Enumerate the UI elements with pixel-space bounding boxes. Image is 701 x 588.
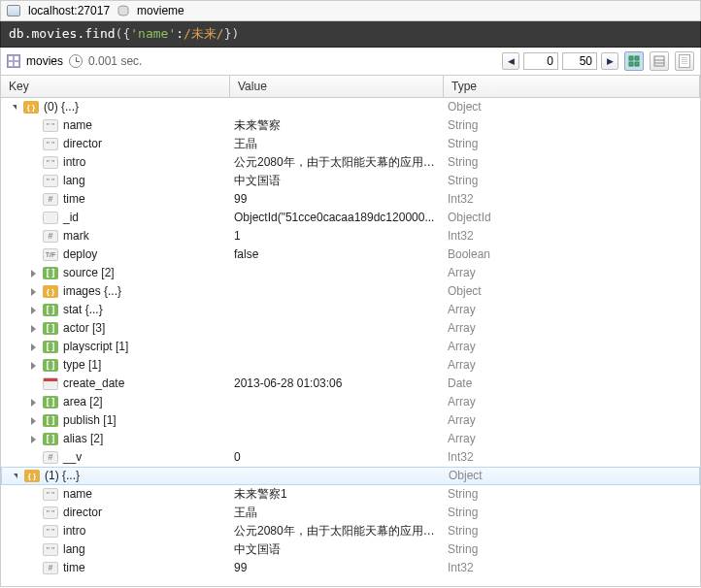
tree-row[interactable]: " "lang中文国语String [1, 172, 700, 190]
view-table-button[interactable] [650, 51, 669, 71]
expand-icon[interactable] [28, 323, 39, 334]
expand-icon[interactable] [28, 415, 39, 426]
arr-type-icon: [ ] [43, 304, 58, 316]
row-key: (1) {...} [45, 467, 80, 485]
tree-row[interactable]: #mark1Int32 [1, 227, 700, 245]
tree-row[interactable]: " "director王晶String [1, 135, 700, 153]
expander-spacer [28, 507, 39, 518]
svg-rect-3 [629, 62, 633, 66]
row-value: ObjectId("51cce0cacaa189dc120000... [230, 209, 444, 227]
row-type: String [444, 485, 700, 504]
row-key: _id [63, 209, 79, 227]
results-tree[interactable]: Key Value Type { }(0) {...}Object" "name… [0, 76, 701, 587]
row-type: Array [444, 264, 700, 282]
str-type-icon: " " [43, 525, 58, 538]
cmd-colon: : [176, 26, 184, 41]
page-offset-input[interactable] [523, 52, 558, 70]
row-key: time [63, 190, 85, 209]
row-type: Int32 [444, 227, 700, 245]
collapse-icon[interactable] [9, 102, 19, 113]
row-type: Array [444, 430, 700, 448]
row-key: playscript [1] [63, 338, 128, 356]
row-type: Array [444, 356, 700, 375]
expand-icon[interactable] [28, 305, 39, 315]
row-value: 99 [230, 559, 444, 577]
row-type: String [444, 172, 700, 190]
arr-type-icon: [ ] [43, 322, 58, 335]
tree-row[interactable]: [ ]playscript [1]Array [1, 338, 700, 356]
row-key: area [2] [63, 393, 103, 411]
row-key: mark [63, 227, 89, 245]
tree-row[interactable]: create_date2013-06-28 01:03:06Date [1, 375, 700, 393]
row-key: alias [2] [63, 430, 103, 448]
tree-row[interactable]: [ ]actor [3]Array [1, 319, 700, 338]
header-value[interactable]: Value [230, 76, 444, 97]
view-tree-button[interactable] [624, 51, 644, 71]
tree-row[interactable]: [ ]stat {...}Array [1, 301, 700, 319]
row-value: 中文国语 [230, 172, 444, 190]
tree-row[interactable]: " "lang中文国语String [1, 540, 700, 559]
tree-row[interactable]: [ ]alias [2]Array [1, 430, 700, 448]
header-type[interactable]: Type [444, 76, 700, 97]
page-limit-input[interactable] [562, 52, 597, 70]
cmd-function: find [84, 26, 115, 41]
row-type: Array [444, 338, 700, 356]
breadcrumb-host[interactable]: localhost:27017 [28, 4, 110, 17]
collapse-icon[interactable] [10, 471, 20, 481]
row-value: 公元2080年，由于太阳能天幕的应用，... [230, 522, 444, 540]
arr-type-icon: [ ] [43, 414, 58, 427]
tree-row[interactable]: [ ]source [2]Array [1, 264, 700, 282]
row-type: String [444, 504, 700, 522]
tree-header: Key Value Type [1, 76, 700, 98]
tree-row[interactable]: _idObjectId("51cce0cacaa189dc120000...Ob… [1, 209, 700, 227]
row-value: 99 [230, 190, 444, 209]
row-type: Array [444, 393, 700, 411]
page-next-button[interactable]: ▶ [601, 52, 618, 70]
int-type-icon: # [43, 562, 58, 574]
expander-spacer [28, 452, 39, 463]
tree-body: { }(0) {...}Object" "name未来警察String" "di… [1, 98, 700, 577]
header-key[interactable]: Key [1, 76, 230, 97]
command-bar[interactable]: db.movies.find({'name':/未来/}) [0, 21, 701, 48]
row-type: Array [444, 301, 700, 319]
row-value: 未来警察1 [230, 485, 444, 504]
tree-row[interactable]: " "director王晶String [1, 504, 700, 522]
tree-row[interactable]: [ ]publish [1]Array [1, 411, 700, 430]
expand-icon[interactable] [28, 397, 39, 408]
tree-row[interactable]: " "intro公元2080年，由于太阳能天幕的应用，...String [1, 522, 700, 540]
tree-row[interactable]: #time99Int32 [1, 559, 700, 577]
tree-row[interactable]: { }(0) {...}Object [1, 98, 700, 116]
expand-icon[interactable] [28, 342, 39, 352]
expander-spacer [28, 176, 39, 186]
row-value: 0 [230, 448, 444, 467]
expander-spacer [28, 378, 39, 389]
tree-row[interactable]: " "name未来警察String [1, 116, 700, 135]
tree-row[interactable]: [ ]type [1]Array [1, 356, 700, 375]
row-type: String [444, 135, 700, 153]
tree-row[interactable]: T/FdeployfalseBoolean [1, 245, 700, 264]
arr-type-icon: [ ] [43, 433, 58, 445]
tree-row[interactable]: #time99Int32 [1, 190, 700, 209]
row-type: Array [444, 319, 700, 338]
row-value: 公元2080年，由于太阳能天幕的应用，... [230, 153, 444, 172]
expander-spacer [28, 526, 39, 537]
tree-row[interactable]: " "intro公元2080年，由于太阳能天幕的应用，...String [1, 153, 700, 172]
tree-row[interactable]: " "name未来警察1String [1, 485, 700, 504]
tree-row[interactable]: #__v0Int32 [1, 448, 700, 467]
row-key: publish [1] [63, 411, 117, 430]
bool-type-icon: T/F [43, 248, 58, 261]
view-text-button[interactable] [675, 51, 694, 71]
tree-row[interactable]: { }images {...}Object [1, 282, 700, 301]
row-type: Int32 [444, 559, 700, 577]
row-key: name [63, 116, 92, 135]
row-value: 王晶 [230, 504, 444, 522]
expand-icon[interactable] [28, 360, 39, 371]
row-type: String [444, 522, 700, 540]
expand-icon[interactable] [28, 268, 39, 278]
expand-icon[interactable] [28, 286, 39, 297]
tree-row[interactable]: { }(1) {...}Object [1, 467, 700, 485]
breadcrumb-db[interactable]: movieme [137, 4, 184, 17]
tree-row[interactable]: [ ]area [2]Array [1, 393, 700, 411]
page-prev-button[interactable]: ◀ [502, 52, 519, 70]
expand-icon[interactable] [28, 434, 39, 444]
